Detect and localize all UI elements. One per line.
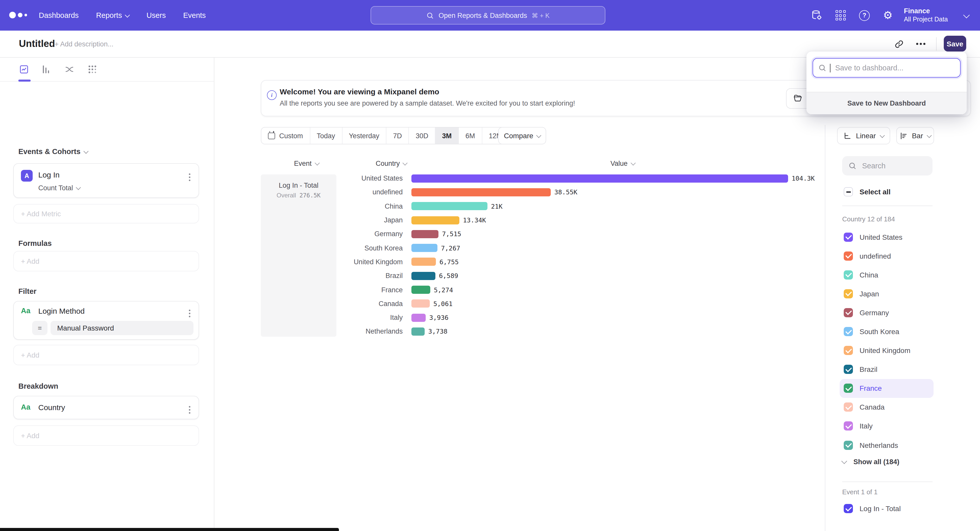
filter-menu-icon[interactable] — [187, 308, 192, 319]
add-metric-button[interactable]: + Add Metric — [13, 204, 199, 223]
legend-item-italy[interactable]: Italy — [840, 417, 934, 436]
add-description[interactable]: + Add description... — [55, 40, 113, 48]
bar-segment[interactable] — [411, 202, 487, 210]
nav-users[interactable]: Users — [146, 11, 166, 19]
nav-events[interactable]: Events — [183, 11, 206, 19]
bar-segment[interactable] — [411, 300, 430, 308]
project-switcher[interactable]: Finance All Project Data — [904, 7, 948, 24]
bar-segment[interactable] — [411, 174, 788, 182]
checkbox-checked[interactable] — [844, 327, 853, 336]
save-button[interactable]: Save — [944, 36, 966, 52]
data-management-icon[interactable] — [811, 10, 822, 21]
legend-search-input[interactable] — [861, 161, 924, 170]
legend-item-undefined[interactable]: undefined — [840, 246, 934, 265]
legend-item-brazil[interactable]: Brazil — [840, 360, 934, 379]
legend-item-japan[interactable]: Japan — [840, 284, 934, 303]
legend-item-canada[interactable]: Canada — [840, 398, 934, 417]
bar-segment[interactable] — [411, 216, 460, 224]
filter-card[interactable]: Aa Login Method = Manual Password — [13, 301, 199, 340]
global-search-button[interactable]: Open Reports & Dashboards ⌘ + K — [371, 6, 605, 24]
legend-item-france[interactable]: France — [840, 379, 934, 398]
mixpanel-logo-icon[interactable] — [9, 12, 27, 18]
more-options-icon[interactable] — [916, 43, 925, 44]
breakdown-menu-icon[interactable] — [187, 404, 192, 416]
select-all-checkbox-indeterminate[interactable] — [844, 187, 853, 197]
breakdown-property[interactable]: Country — [38, 403, 65, 412]
metric-menu-icon[interactable] — [187, 171, 192, 183]
nav-dashboards[interactable]: Dashboards — [39, 11, 79, 19]
checkbox-checked[interactable] — [844, 346, 853, 355]
filter-operator[interactable]: = — [32, 321, 48, 335]
checkbox-checked[interactable] — [844, 232, 853, 241]
bar-segment[interactable] — [411, 188, 551, 197]
column-header-country[interactable]: Country — [375, 160, 407, 167]
column-header-event[interactable]: Event — [294, 160, 319, 167]
checkbox-checked[interactable] — [844, 403, 853, 412]
checkbox-checked[interactable] — [844, 384, 853, 393]
tab-insights-icon[interactable] — [19, 64, 29, 74]
add-filter-button[interactable]: + Add — [13, 345, 199, 365]
apps-grid-icon[interactable] — [835, 10, 846, 21]
top-nav: Dashboards Reports Users Events Open Rep… — [0, 0, 980, 31]
range-3m[interactable]: 3M — [435, 127, 459, 144]
select-all-row[interactable]: Select all — [844, 187, 891, 197]
bar-segment[interactable] — [411, 244, 438, 252]
copy-link-icon[interactable] — [894, 39, 904, 49]
save-to-new-dashboard-button[interactable]: Save to New Dashboard — [807, 92, 967, 114]
breakdown-card[interactable]: Aa Country — [13, 396, 199, 419]
checkbox-checked[interactable] — [844, 251, 853, 260]
tab-flows-icon[interactable] — [64, 64, 75, 74]
metric-card[interactable]: A Log In Count Total — [13, 163, 199, 198]
bar-segment[interactable] — [411, 286, 430, 294]
global-search-label: Open Reports & Dashboards — [439, 11, 527, 19]
checkbox-checked[interactable] — [844, 422, 853, 431]
filter-value[interactable]: Manual Password — [51, 321, 193, 335]
range-6m[interactable]: 6M — [459, 127, 482, 144]
project-chevron-icon[interactable] — [963, 11, 969, 18]
filter-property[interactable]: Login Method — [38, 307, 85, 315]
add-breakdown-button[interactable]: + Add — [13, 425, 199, 446]
save-dashboard-input[interactable] — [834, 63, 948, 73]
settings-gear-icon[interactable]: ⚙ — [883, 10, 893, 21]
save-dashboard-search[interactable] — [813, 58, 961, 78]
legend-item-china[interactable]: China — [840, 265, 934, 284]
legend-item-united-states[interactable]: United States — [840, 228, 934, 246]
range-yesterday[interactable]: Yesterday — [342, 127, 387, 144]
bar-segment[interactable] — [411, 328, 425, 336]
chart-type-dropdown[interactable]: Bar — [896, 127, 934, 144]
show-all-button[interactable]: Show all (184) — [842, 458, 899, 466]
checkbox-checked[interactable] — [844, 308, 853, 317]
checkbox-checked[interactable] — [844, 365, 853, 374]
tab-retention-icon[interactable] — [87, 64, 97, 74]
tab-funnels-icon[interactable] — [41, 64, 51, 74]
legend-country-label: Italy — [859, 422, 873, 430]
legend-search[interactable] — [842, 156, 932, 176]
checkbox-checked[interactable] — [844, 270, 853, 279]
bar-segment[interactable] — [411, 272, 435, 280]
add-formula-button[interactable]: + Add — [13, 251, 199, 271]
legend-item-netherlands[interactable]: Netherlands — [840, 436, 934, 455]
metric-name[interactable]: Log In — [38, 170, 59, 179]
range-30d[interactable]: 30D — [409, 127, 436, 144]
legend-item-united-kingdom[interactable]: United Kingdom — [840, 341, 934, 360]
range-today[interactable]: Today — [310, 127, 342, 144]
scale-dropdown[interactable]: Linear — [837, 127, 890, 144]
bar-segment[interactable] — [411, 314, 426, 322]
bar-segment[interactable] — [411, 258, 436, 266]
range-7d[interactable]: 7D — [387, 127, 409, 144]
checkbox-checked[interactable] — [844, 289, 853, 298]
range-custom[interactable]: Custom — [261, 127, 310, 144]
report-title[interactable]: Untitled — [19, 38, 55, 49]
events-section-label[interactable]: Events & Cohorts — [18, 147, 88, 155]
checkbox-checked[interactable] — [844, 441, 853, 450]
checkbox-checked[interactable] — [844, 504, 853, 513]
compare-button[interactable]: Compare — [498, 127, 546, 144]
metric-aggregation[interactable]: Count Total — [38, 184, 80, 192]
column-header-value[interactable]: Value — [611, 160, 635, 167]
legend-item-germany[interactable]: Germany — [840, 303, 934, 322]
legend-item-south-korea[interactable]: South Korea — [840, 322, 934, 341]
bar-segment[interactable] — [411, 230, 438, 238]
legend-item-log-in-total[interactable]: Log In - Total — [844, 504, 900, 513]
help-icon[interactable]: ? — [859, 10, 870, 21]
nav-reports[interactable]: Reports — [96, 11, 129, 19]
